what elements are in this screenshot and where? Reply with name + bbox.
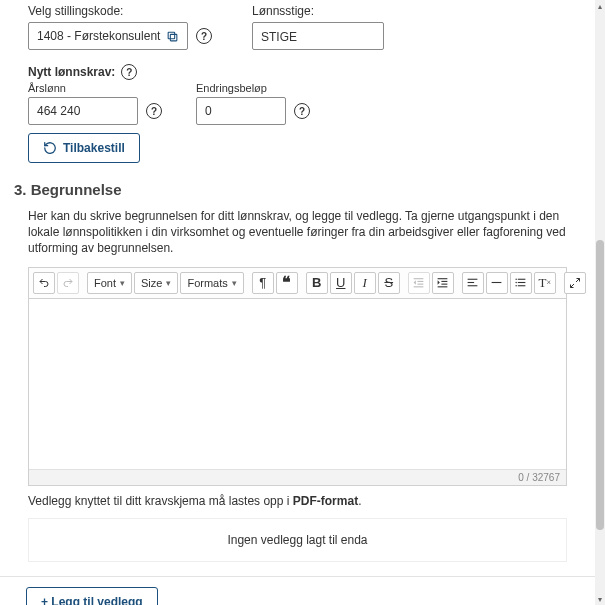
rich-text-editor: Font▾ Size▾ Formats▾ ¶ ❝ B U I S [28, 267, 567, 486]
formats-dropdown[interactable]: Formats▾ [180, 272, 243, 294]
reset-label: Tilbakestill [63, 141, 125, 155]
label-stillingskode: Velg stillingskode: [28, 4, 212, 18]
hr-button[interactable] [486, 272, 508, 294]
svg-rect-16 [518, 279, 526, 280]
fullscreen-button[interactable] [564, 272, 586, 294]
scroll-thumb[interactable] [596, 240, 604, 530]
svg-rect-14 [468, 285, 478, 286]
open-picker-icon[interactable] [166, 30, 179, 43]
svg-rect-12 [468, 279, 478, 280]
help-icon[interactable]: ? [294, 103, 310, 119]
svg-rect-17 [518, 282, 526, 283]
paragraph-button[interactable]: ¶ [252, 272, 274, 294]
svg-rect-8 [442, 281, 448, 282]
align-left-button[interactable] [462, 272, 484, 294]
svg-rect-7 [438, 278, 448, 279]
section-title: 3. Begrunnelse [14, 181, 595, 198]
svg-marker-11 [438, 280, 440, 284]
svg-rect-1 [168, 32, 175, 39]
label-arslonn: Årslønn [28, 82, 162, 94]
svg-point-21 [516, 285, 517, 286]
stige-field: STIGE [252, 22, 384, 50]
scroll-down-icon[interactable]: ▾ [595, 593, 605, 605]
svg-rect-2 [414, 278, 424, 279]
help-icon[interactable]: ? [146, 103, 162, 119]
svg-rect-4 [418, 284, 424, 285]
svg-rect-3 [418, 281, 424, 282]
svg-marker-6 [414, 280, 416, 284]
no-attachments-message: Ingen vedlegg lagt til enda [28, 518, 567, 562]
stillingskode-value: 1408 - Førstekonsulent [37, 29, 160, 43]
editor-textarea[interactable] [29, 299, 566, 469]
bold-button[interactable]: B [306, 272, 328, 294]
indent-button[interactable] [432, 272, 454, 294]
strike-button[interactable]: S [378, 272, 400, 294]
size-dropdown[interactable]: Size▾ [134, 272, 178, 294]
svg-rect-10 [438, 286, 448, 287]
svg-rect-13 [468, 282, 475, 283]
arslonn-input[interactable] [28, 97, 138, 125]
label-nytt: Nytt lønnskrav: [28, 65, 115, 79]
svg-rect-15 [492, 282, 502, 283]
blockquote-button[interactable]: ❝ [276, 272, 298, 294]
label-endring: Endringsbeløp [196, 82, 310, 94]
stillingskode-select[interactable]: 1408 - Førstekonsulent [28, 22, 188, 50]
svg-rect-0 [170, 34, 177, 41]
reset-button[interactable]: Tilbakestill [28, 133, 140, 163]
undo-button[interactable] [33, 272, 55, 294]
svg-rect-5 [414, 286, 424, 287]
editor-toolbar: Font▾ Size▾ Formats▾ ¶ ❝ B U I S [29, 268, 566, 299]
chevron-down-icon: ▾ [120, 278, 125, 288]
list-button[interactable] [510, 272, 532, 294]
svg-rect-18 [518, 285, 526, 286]
chevron-down-icon: ▾ [166, 278, 171, 288]
scroll-up-icon[interactable]: ▴ [595, 0, 605, 12]
underline-button[interactable]: U [330, 272, 352, 294]
clear-format-button[interactable]: T× [534, 272, 556, 294]
help-icon[interactable]: ? [196, 28, 212, 44]
svg-line-22 [576, 278, 580, 282]
add-attachment-label: + Legg til vedlegg [41, 595, 143, 605]
redo-button[interactable] [57, 272, 79, 294]
label-stige: Lønnsstige: [252, 4, 384, 18]
svg-rect-9 [442, 284, 448, 285]
help-icon[interactable]: ? [121, 64, 137, 80]
svg-point-20 [516, 282, 517, 283]
attachment-note: Vedlegg knyttet til ditt kravskjema må l… [28, 494, 567, 508]
add-attachment-button[interactable]: + Legg til vedlegg [26, 587, 158, 605]
undo-icon [43, 141, 57, 155]
char-counter: 0 / 32767 [518, 472, 560, 483]
section-description: Her kan du skrive begrunnelsen for ditt … [28, 208, 567, 257]
italic-button[interactable]: I [354, 272, 376, 294]
endring-input[interactable] [196, 97, 286, 125]
chevron-down-icon: ▾ [232, 278, 237, 288]
vertical-scrollbar[interactable]: ▴ ▾ [595, 0, 605, 605]
svg-line-23 [570, 284, 574, 288]
outdent-button[interactable] [408, 272, 430, 294]
svg-point-19 [516, 279, 517, 280]
font-dropdown[interactable]: Font▾ [87, 272, 132, 294]
